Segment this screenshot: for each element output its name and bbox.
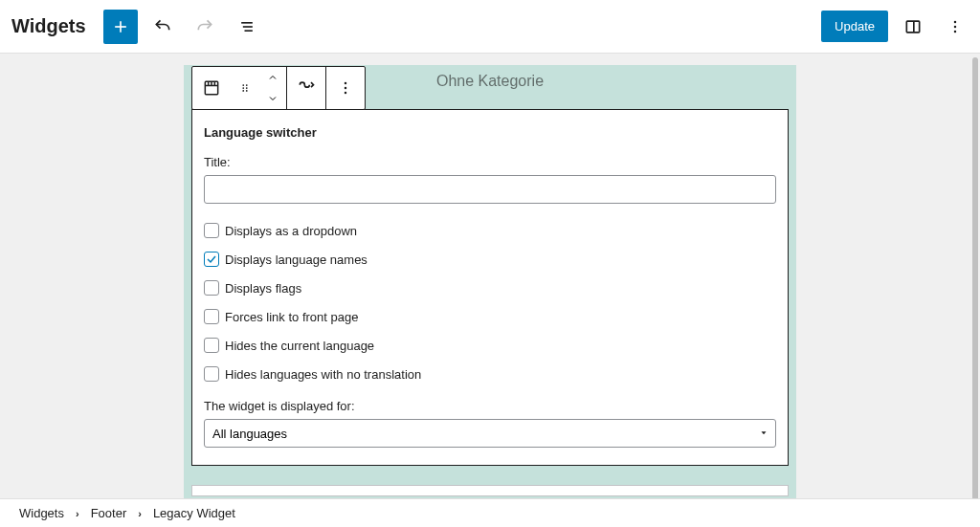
checkbox-row: Forces link to front page xyxy=(204,309,776,324)
checkbox-row: Displays flags xyxy=(204,280,776,296)
title-input[interactable] xyxy=(204,175,776,204)
breadcrumb: Widgets › Footer › Legacy Widget xyxy=(0,498,980,527)
settings-panel-toggle[interactable] xyxy=(896,10,930,44)
svg-point-9 xyxy=(954,30,957,33)
checkbox-label[interactable]: Displays language names xyxy=(225,253,368,267)
move-up-button[interactable] xyxy=(259,67,286,88)
svg-point-23 xyxy=(345,92,347,95)
update-button[interactable]: Update xyxy=(821,11,888,42)
top-toolbar-left: Widgets xyxy=(11,10,264,44)
checkbox-label[interactable]: Displays flags xyxy=(225,281,301,296)
previous-widget-title: Ohne Kategorie xyxy=(436,73,544,90)
chevron-down-icon xyxy=(267,93,278,104)
displayed-for-label: The widget is displayed for: xyxy=(204,399,776,413)
move-to-widget-area-button[interactable] xyxy=(287,67,325,109)
legacy-widget-form: Language switcher Title: Displays as a d… xyxy=(191,109,789,466)
svg-point-7 xyxy=(954,20,957,23)
checkbox[interactable] xyxy=(204,252,219,267)
checkbox[interactable] xyxy=(204,366,219,382)
top-toolbar: Widgets Update xyxy=(0,0,980,54)
more-menu-button[interactable] xyxy=(938,10,972,44)
breadcrumb-item[interactable]: Widgets xyxy=(19,506,64,520)
checkbox-label[interactable]: Hides languages with no translation xyxy=(225,367,421,382)
check-icon xyxy=(206,253,217,265)
widget-heading: Language switcher xyxy=(204,125,776,140)
move-to-icon xyxy=(297,78,316,98)
block-type-button[interactable] xyxy=(192,67,231,109)
widget-area: Ohne Kategorie xyxy=(184,65,796,498)
add-block-button[interactable] xyxy=(103,10,138,44)
svg-point-17 xyxy=(242,87,244,89)
svg-point-18 xyxy=(246,87,248,89)
checkbox[interactable] xyxy=(204,338,219,353)
next-widget-placeholder xyxy=(191,485,789,496)
chevron-right-icon: › xyxy=(76,508,79,519)
move-down-button[interactable] xyxy=(259,88,286,109)
checkbox-row: Hides languages with no translation xyxy=(204,366,776,382)
title-label: Title: xyxy=(204,155,776,169)
displayed-for-select[interactable]: All languages xyxy=(204,419,776,448)
page-title: Widgets xyxy=(11,15,86,37)
kebab-icon xyxy=(946,17,965,36)
block-mover xyxy=(259,67,286,109)
svg-point-21 xyxy=(345,82,347,85)
svg-point-16 xyxy=(246,84,248,86)
checkbox-label[interactable]: Hides the current language xyxy=(225,339,374,353)
editor-canvas: Ohne Kategorie xyxy=(0,54,980,498)
checkbox[interactable] xyxy=(204,223,219,238)
undo-button[interactable] xyxy=(145,10,180,44)
drag-icon xyxy=(238,81,252,95)
checkbox-label[interactable]: Forces link to front page xyxy=(225,310,358,324)
block-toolbar xyxy=(191,66,366,110)
scrollbar[interactable] xyxy=(970,54,978,498)
undo-icon xyxy=(153,17,172,36)
svg-point-8 xyxy=(954,25,957,28)
drag-handle[interactable] xyxy=(231,67,259,109)
plus-icon xyxy=(111,17,130,36)
checkbox-row: Displays as a dropdown xyxy=(204,223,776,238)
checkbox-row: Displays language names xyxy=(204,252,776,267)
checkbox-row: Hides the current language xyxy=(204,338,776,353)
svg-point-15 xyxy=(242,84,244,86)
list-view-button[interactable] xyxy=(230,10,264,44)
sidebar-icon xyxy=(903,17,923,36)
redo-icon xyxy=(195,17,214,36)
block-options-button[interactable] xyxy=(326,67,365,109)
breadcrumb-item[interactable]: Legacy Widget xyxy=(153,506,235,520)
breadcrumb-item[interactable]: Footer xyxy=(91,506,127,520)
list-view-icon xyxy=(237,17,256,36)
top-toolbar-right: Update xyxy=(821,10,972,44)
svg-point-20 xyxy=(246,90,248,92)
chevron-right-icon: › xyxy=(138,508,142,519)
checkbox[interactable] xyxy=(204,309,219,324)
chevron-up-icon xyxy=(267,72,278,83)
legacy-widget-icon xyxy=(202,78,221,98)
redo-button xyxy=(188,10,222,44)
svg-point-22 xyxy=(345,87,347,90)
kebab-icon xyxy=(336,78,355,98)
svg-point-19 xyxy=(242,90,244,92)
checkbox[interactable] xyxy=(204,280,219,296)
checkbox-label[interactable]: Displays as a dropdown xyxy=(225,224,357,238)
